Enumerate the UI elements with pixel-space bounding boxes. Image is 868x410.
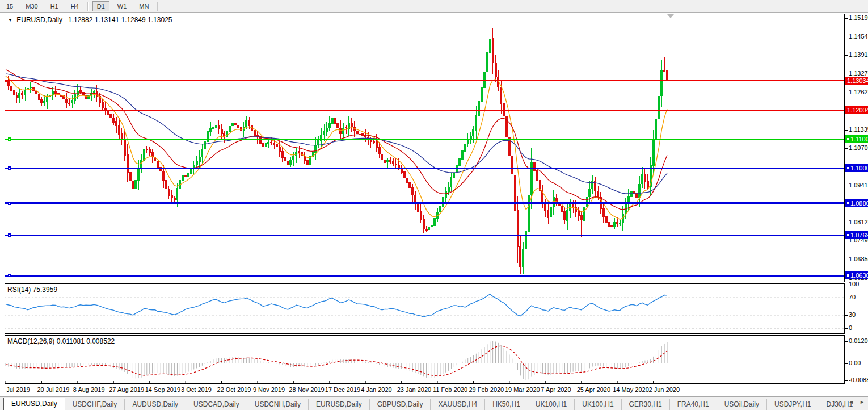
price-tick-mark xyxy=(845,74,848,74)
chart-tab-USOil-Daily[interactable]: USOil,Daily xyxy=(717,399,766,410)
price-tick-label: 1.15190 xyxy=(849,14,868,21)
mt4-window: 15M30H1H4D1W1MN ▼ EURUSD,Daily 1.12882 1… xyxy=(0,0,868,410)
rsi-tick-mark xyxy=(845,298,848,298)
chart-tab-USDCAD-Daily[interactable]: USDCAD,Daily xyxy=(186,399,247,410)
level-handle-icon xyxy=(847,202,849,204)
price-tick-mark xyxy=(845,130,848,131)
chart-symbol-label: EURUSD,Daily xyxy=(16,16,62,24)
price-tick-label: 1.12625 xyxy=(849,89,868,95)
price-tick-label: 1.14545 xyxy=(849,33,868,40)
price-tick-mark xyxy=(845,260,848,260)
chart-window[interactable]: ▼ EURUSD,Daily 1.12882 1.13141 1.12849 1… xyxy=(5,14,845,384)
moving-average-lines xyxy=(6,70,667,220)
chart-ohlc-values: 1.12882 1.13141 1.12849 1.13025 xyxy=(68,16,172,24)
tab-scroll-left-button[interactable]: ◄ xyxy=(849,399,854,405)
toolbar-separator xyxy=(87,2,89,11)
price-tick-label: 1.08125 xyxy=(849,219,868,225)
rsi-tick-label: 70 xyxy=(849,294,856,300)
rsi-indicator-label: RSI(14) 75.3959 xyxy=(7,286,57,294)
macd-tick-mark xyxy=(845,341,848,342)
price-tick-label: 1.13270 xyxy=(849,70,868,77)
timeframe-button-H1[interactable]: H1 xyxy=(46,1,63,11)
date-tick-label: 25 Apr 2020 xyxy=(577,386,610,393)
date-tick-label: 29 Feb 2020 xyxy=(469,386,504,393)
price-tick-label: 1.06850 xyxy=(849,256,868,262)
date-tick-label: 8 Aug 2019 xyxy=(73,386,105,393)
timeframe-toolbar: 15M30H1H4D1W1MN xyxy=(0,0,868,13)
price-tick-mark xyxy=(845,148,848,149)
price-tick-mark xyxy=(845,37,848,37)
level-price-label: 1.07697 xyxy=(845,231,868,239)
date-tick-label: 22 Oct 2019 xyxy=(217,386,251,393)
date-tick-label: 23 Jan 2020 xyxy=(397,386,432,393)
chart-tab-AUDUSD-Daily[interactable]: AUDUSD,Daily xyxy=(124,399,186,410)
chart-tab-USDJPY-H1[interactable]: USDJPY,H1 xyxy=(766,399,818,410)
timeframe-button-H4[interactable]: H4 xyxy=(66,1,83,11)
macd-tick-label: 0.00 xyxy=(849,359,861,366)
chart-tab-GER30-H1[interactable]: GER30,H1 xyxy=(621,399,669,410)
timeframe-button-D1[interactable]: D1 xyxy=(92,1,109,11)
ma-slow-line xyxy=(6,74,667,194)
date-tick-label: 20 Jul 2019 xyxy=(37,386,69,393)
chart-tab-HK50-H1[interactable]: HK50,H1 xyxy=(484,399,528,410)
tab-scroll-right-button[interactable]: ► xyxy=(859,399,865,405)
chart-tab-EURUSD-Daily[interactable]: EURUSD,Daily xyxy=(3,398,65,410)
timeframe-button-M30[interactable]: M30 xyxy=(21,1,42,11)
level-handle-icon xyxy=(847,167,849,169)
price-tick-label: 1.09415 xyxy=(849,182,868,189)
macd-tick-label: -0.00888 xyxy=(849,376,868,383)
date-tick-label: 14 Sep 2019 xyxy=(145,386,180,393)
macd-indicator-label: MACD(12,26,9) 0.011081 0.008522 xyxy=(7,337,115,345)
timeframe-button-MN[interactable]: MN xyxy=(134,1,153,11)
rsi-tick-mark xyxy=(845,328,848,329)
date-tick-label: 2 Jun 2020 xyxy=(649,386,680,393)
timeframe-button-W1[interactable]: W1 xyxy=(113,1,132,11)
chart-tab-FRA40-H1[interactable]: FRA40,H1 xyxy=(669,399,717,410)
date-tick-label: 17 Dec 2019 xyxy=(325,386,360,393)
price-tick-mark xyxy=(845,55,848,56)
level-price-label: 1.11009 xyxy=(845,135,868,143)
date-tick-label: 4 Jan 2020 xyxy=(361,386,391,393)
level-price-label: 1.10008 xyxy=(845,164,868,172)
timeframe-button-15[interactable]: 15 xyxy=(2,1,18,11)
toolbar-separator xyxy=(157,2,158,11)
chart-tab-bar: EURUSD,DailyUSDCHF,DailyAUDUSD,DailyUSDC… xyxy=(0,396,868,410)
date-tick-label: 14 May 2020 xyxy=(613,386,649,393)
chart-tab-XAUUSD-H4[interactable]: XAUUSD,H4 xyxy=(430,399,484,410)
price-tick-mark xyxy=(845,18,848,19)
price-tick-mark xyxy=(845,241,848,241)
chart-tab-UK100-H1[interactable]: UK100,H1 xyxy=(574,399,621,410)
price-tick-mark xyxy=(845,186,848,186)
macd-pane xyxy=(6,341,667,383)
date-axis[interactable]: 2 Jul 201920 Jul 20198 Aug 201927 Aug 20… xyxy=(5,384,845,396)
price-tick-label: 1.10705 xyxy=(849,144,868,151)
level-price-label: 1.12004 xyxy=(845,106,868,114)
chart-tab-USDCHF-Daily[interactable]: USDCHF,Daily xyxy=(65,399,125,410)
chart-tab-UK100-H1[interactable]: UK100,H1 xyxy=(528,399,574,410)
macd-tick-mark xyxy=(845,380,848,381)
chart-canvas[interactable] xyxy=(5,14,845,384)
candlestick-series xyxy=(5,25,668,274)
chevron-down-icon: ▼ xyxy=(8,18,12,23)
chart-tab-USDCNH-Daily[interactable]: USDCNH,Daily xyxy=(247,399,308,410)
macd-signal-line xyxy=(6,346,667,376)
rsi-tick-label: 100 xyxy=(849,281,859,287)
level-price-label: 1.06306 xyxy=(845,271,868,279)
date-tick-label: 27 Aug 2019 xyxy=(109,386,144,393)
macd-tick-mark xyxy=(845,363,848,364)
price-axis[interactable]: 1.151901.145451.139151.132701.126251.113… xyxy=(845,14,868,384)
price-tick-mark xyxy=(845,223,848,223)
price-tick-label: 1.13915 xyxy=(849,51,868,58)
level-handle-icon xyxy=(847,274,849,277)
price-tick-mark xyxy=(845,93,848,93)
date-tick-label: 9 Nov 2019 xyxy=(253,386,285,393)
chart-tab-GBPUSD-Daily[interactable]: GBPUSD,Daily xyxy=(369,399,431,410)
date-tick-label: 19 Mar 2020 xyxy=(505,386,540,393)
chart-tab-EURUSD-Daily[interactable]: EURUSD,Daily xyxy=(308,399,369,410)
price-tick-label: 1.11335 xyxy=(849,126,868,133)
date-tick-label: 2 Jul 2019 xyxy=(5,386,30,393)
chart-title: ▼ EURUSD,Daily 1.12882 1.13141 1.12849 1… xyxy=(8,16,172,24)
tab-scroll-controls: ◄ ► xyxy=(849,399,865,405)
chart-shift-marker-icon[interactable] xyxy=(667,14,674,18)
level-handle-icon xyxy=(847,234,849,236)
